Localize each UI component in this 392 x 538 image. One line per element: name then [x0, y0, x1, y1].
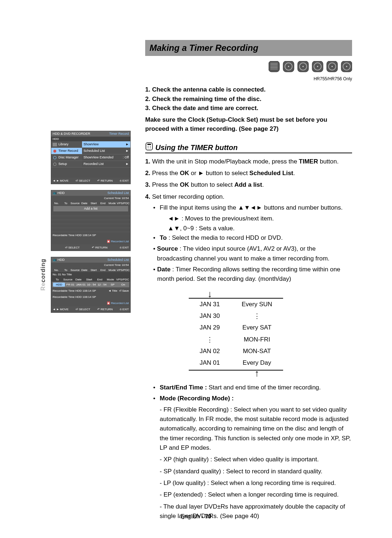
osd-scheduled-list-editing: 📺 HDDScheduled List Current Time 10:54 N…: [51, 257, 131, 313]
svg-text:DVD+R: DVD+R: [343, 73, 351, 75]
section-title: Using the TIMER button: [155, 143, 238, 152]
disc-label-hdd: HDD: [272, 73, 277, 75]
prereq-step-2: 2. Check the remaining time of the disc.: [145, 94, 352, 104]
section-tab: Recording Recording: [40, 259, 46, 291]
svg-point-15: [346, 65, 348, 68]
date-scroll-diagram: ↓ JAN 31Every SUN JAN 30⋮ JAN 29Every SA…: [189, 291, 283, 376]
osd-screenshots: HDD & DVD RECORDERTimer Record HDD Libra…: [51, 131, 131, 319]
svg-point-29: [53, 156, 56, 159]
svg-text:DVD-RW: DVD-RW: [299, 73, 308, 75]
step-4: 4. Set timer recording option.: [145, 192, 352, 202]
model-note: HR755/HR756 Only: [145, 76, 352, 81]
step-3: 3. Press the OK button to select Add a l…: [145, 180, 352, 190]
step-4-details: •Fill the input items using the ▲▼◄► but…: [153, 203, 352, 284]
page-footer: English - 70: [0, 513, 392, 520]
section-heading: Using the TIMER button: [145, 142, 352, 153]
svg-point-30: [53, 163, 56, 166]
mode-sp: - SP (standard quality) : Select to reco…: [160, 467, 352, 476]
svg-rect-22: [147, 144, 151, 145]
step-2: 2. Press the OK or ► button to select Sc…: [145, 169, 352, 178]
svg-text:DVD-RAM: DVD-RAM: [283, 73, 294, 75]
svg-point-3: [287, 65, 290, 68]
svg-point-26: [150, 147, 151, 148]
prereq-note: Make sure the Clock (Setup-Clock Set) mu…: [145, 115, 352, 134]
svg-point-25: [148, 147, 148, 148]
sub-bullet-lr: ◄► : Moves to the previous/next item.: [168, 214, 352, 223]
step-4-details-continued: •Start/End Time : Start and end time of …: [153, 383, 352, 521]
bullet-fill: Fill the input items using the ▲▼◄► butt…: [160, 203, 343, 213]
svg-point-23: [148, 146, 148, 147]
procedure-steps: 1. With the unit in Stop mode/Playback m…: [145, 157, 352, 521]
mode-fr: - FR (Flexible Recording) : Select when …: [160, 405, 352, 453]
svg-rect-0: [269, 61, 279, 72]
sub-bullet-ud: ▲▼, 0~9 : Sets a value.: [168, 224, 352, 233]
svg-point-28: [53, 150, 56, 153]
mode-lp: - LP (low quality) : Select when a long …: [160, 478, 352, 488]
svg-point-12: [331, 65, 333, 68]
prereq-step-3: 3. Check the date and time are correct.: [145, 104, 352, 113]
svg-point-6: [302, 65, 304, 68]
svg-text:DVD+RW: DVD+RW: [327, 73, 337, 75]
main-content: Making a Timer Recording HDD DVD-RAM DVD…: [145, 40, 352, 521]
manual-page: Recording Recording Making a Timer Recor…: [0, 0, 392, 538]
svg-point-9: [317, 65, 319, 68]
mode-xp: - XP (high quality) : Select when video …: [160, 455, 352, 464]
osd-scheduled-list-empty: 📺 HDDScheduled List Current Time 10:54 N…: [51, 190, 131, 251]
svg-point-24: [150, 146, 151, 147]
svg-text:DVD-R: DVD-R: [314, 73, 322, 75]
remote-icon: [145, 142, 153, 152]
prerequisite-list: 1. Check the antenna cable is connected.…: [145, 85, 352, 134]
prereq-step-1: 1. Check the antenna cable is connected.: [145, 85, 352, 94]
page-title: Making a Timer Recording: [145, 40, 352, 56]
step-1: 1. With the unit in Stop mode/Playback m…: [145, 157, 352, 166]
disc-compatibility-icons: HDD DVD-RAM DVD-RW DVD-R DVD+RW DVD+R: [145, 61, 352, 76]
svg-rect-27: [53, 143, 57, 146]
mode-ep: - EP (extended) : Select when a longer r…: [160, 490, 352, 499]
osd-menu-screenshot: HDD & DVD RECORDERTimer Record HDD Libra…: [51, 131, 131, 184]
